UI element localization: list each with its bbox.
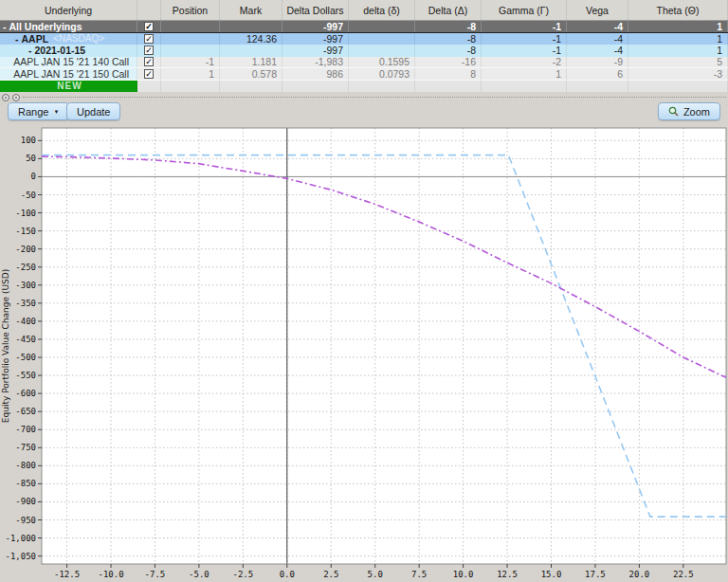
collapse-minus-icon[interactable]: - [28,45,32,56]
table-row-expiration-date[interactable]: -2021-01-15 ✓ -997 -8 -1 -4 1 [0,45,728,57]
col-header-delta-small[interactable]: delta (δ) [349,0,415,20]
row-label-150-call: AAPL JAN 15 '21 150 Call [0,68,137,80]
row-checkbox[interactable]: ✓ [144,57,154,66]
row-label-expiration-date: -2021-01-15 [0,45,137,57]
panel-dot-button-2[interactable] [12,94,20,101]
svg-text:20.0: 20.0 [629,570,650,579]
svg-text:2.5: 2.5 [323,570,338,579]
row-label-all-underlyings: -All Underlyings [0,21,137,32]
row-checkbox[interactable]: ✓ [144,45,154,55]
table-row-140-call[interactable]: AAPL JAN 15 '21 140 Call ✓ -1 1.181 -1,9… [0,57,728,69]
svg-text:-950: -950 [15,516,36,525]
collapse-minus-icon[interactable]: - [3,21,7,32]
svg-text:-5.0: -5.0 [189,570,209,579]
cell-delta-dollars: -997 [282,45,349,57]
row-checkbox-cell: ✓ [137,68,161,80]
cell-gamma: -1 [482,45,567,57]
col-header-gamma[interactable]: Gamma (Γ) [482,0,567,20]
table-row-aapl[interactable]: -AAPL<NASDAQ> ✓ 124.36 -997 -8 -1 -4 1 [0,33,728,45]
svg-text:22.5: 22.5 [673,570,694,579]
col-header-delta-cap[interactable]: Delta (Δ) [415,0,482,20]
svg-text:-600: -600 [15,389,36,398]
risk-profile-chart: -12.5-10.0-7.5-5.0-2.50.02.55.07.510.012… [0,123,728,582]
cell-delta-cap: -8 [415,21,482,32]
svg-text:15.0: 15.0 [541,570,562,579]
svg-text:-1,050: -1,050 [5,552,36,561]
col-header-position[interactable]: Position [161,0,220,20]
col-header-checkbox [137,0,161,20]
collapse-minus-icon[interactable]: - [15,33,19,45]
row-checkbox[interactable]: ✓ [144,34,154,44]
cell-delta-dollars: -997 [282,33,349,45]
row-checkbox-cell: ✓ [137,45,161,57]
svg-text:-7.5: -7.5 [145,570,166,579]
cell-position [161,81,220,93]
cell-vega: -4 [567,33,628,45]
col-header-theta[interactable]: Theta (Θ) [628,0,728,20]
zoom-button[interactable]: Zoom [658,102,720,120]
svg-text:-500: -500 [15,353,36,362]
cell-position: 1 [161,68,220,80]
row-checkbox-cell: ✓ [137,57,161,68]
range-button[interactable]: Range ▼ [8,102,69,120]
col-header-mark[interactable]: Mark [220,0,282,20]
table-row-150-call[interactable]: AAPL JAN 15 '21 150 Call ✓ 1 0.578 986 0… [0,68,728,81]
row-checkbox-cell: ✓ [137,21,161,32]
cell-theta [628,81,728,93]
positions-table: Underlying Position Mark Delta Dollars d… [0,0,728,92]
new-position-badge[interactable]: NEW [0,81,137,93]
cell-theta: 1 [628,21,728,32]
col-header-delta-dollars[interactable]: Delta Dollars [282,0,349,20]
svg-text:100: 100 [21,136,36,145]
svg-text:-12.5: -12.5 [54,570,80,579]
col-header-vega[interactable]: Vega [567,0,628,20]
svg-text:0.0: 0.0 [280,570,295,579]
cell-delta-dollars: 986 [282,68,349,80]
row-checkbox[interactable]: ✓ [144,22,154,31]
svg-text:-100: -100 [15,209,36,218]
svg-text:17.5: 17.5 [585,570,606,579]
update-button[interactable]: Update [66,102,120,120]
svg-text:50: 50 [26,154,36,163]
cell-delta-small [349,21,415,32]
cell-vega: 6 [567,68,628,80]
cell-delta-cap: -8 [415,33,482,45]
cell-mark [220,81,282,93]
cell-delta-small [349,81,415,93]
svg-text:-350: -350 [15,299,36,308]
cell-mark [220,21,282,32]
cell-mark [220,45,282,57]
col-header-underlying[interactable]: Underlying [0,0,137,20]
svg-text:-1,000: -1,000 [5,534,36,543]
panel-resize-grip[interactable] [23,97,726,98]
svg-text:-250: -250 [15,263,36,272]
cell-delta-cap: -8 [415,45,482,57]
range-button-label: Range [18,106,48,118]
row-checkbox-cell: ✓ [137,33,161,45]
cell-position [161,45,220,57]
table-row-new[interactable]: NEW [0,81,728,93]
cell-delta-cap [415,81,482,93]
cell-mark: 1.181 [220,57,282,68]
cell-delta-cap: -16 [415,57,482,68]
chart-plot-area[interactable]: -12.5-10.0-7.5-5.0-2.50.02.55.07.510.012… [0,123,728,582]
cell-gamma: -2 [482,57,567,68]
exchange-tag: <NASDAQ> [53,33,104,44]
cell-vega: -9 [567,57,628,68]
row-checkbox[interactable]: ✓ [144,69,154,79]
update-button-label: Update [77,106,110,118]
svg-text:-800: -800 [15,461,36,470]
cell-gamma [482,81,567,93]
panel-dot-button-1[interactable] [2,94,9,101]
cell-delta-dollars: -1,983 [282,57,349,68]
table-row-all-underlyings[interactable]: -All Underlyings ✓ -997 -8 -1 -4 1 [0,21,728,33]
cell-position [161,33,220,45]
cell-mark: 0.578 [220,68,282,80]
svg-text:-2.5: -2.5 [233,570,254,579]
cell-delta-small: 0.1595 [349,57,415,68]
cell-gamma: -1 [482,21,567,32]
cell-delta-small [349,45,415,57]
svg-text:-200: -200 [15,245,36,254]
svg-text:12.5: 12.5 [497,570,518,579]
cell-theta: 1 [628,33,728,45]
